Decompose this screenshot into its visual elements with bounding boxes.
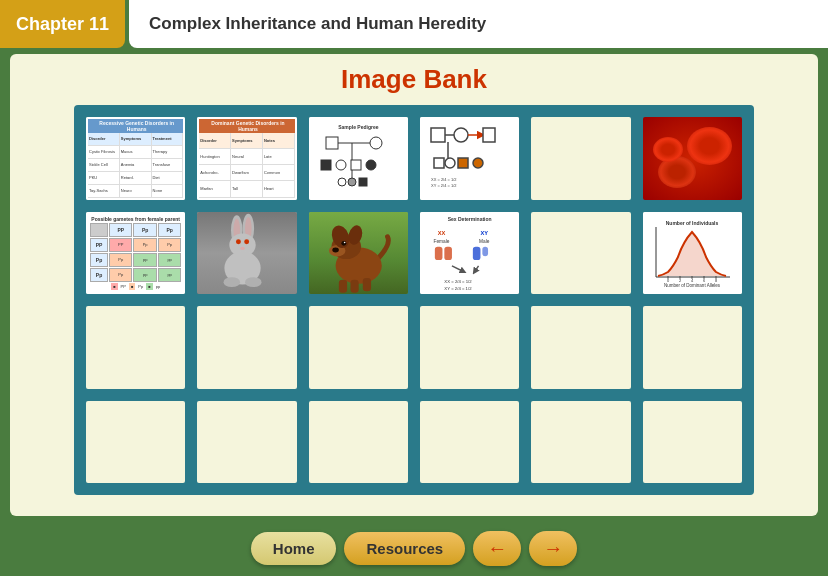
image-cell-10[interactable]: Sex Determination XX Female XY Male [420,212,519,295]
svg-point-9 [338,178,346,186]
svg-rect-53 [482,246,488,256]
svg-point-41 [343,241,345,243]
empty-r3c1 [86,306,185,389]
svg-text:XY: XY [480,230,488,236]
svg-rect-52 [473,246,481,259]
empty-r4c4 [420,401,519,484]
image-cell-6[interactable] [643,117,742,200]
image-cell-9[interactable] [309,212,408,295]
prev-button[interactable]: ← [473,531,521,566]
svg-point-19 [445,158,455,168]
image-cell-3[interactable]: Sample Pedigree [309,117,408,200]
chapter-label: Chapter 11 [16,14,109,35]
svg-rect-43 [339,279,347,292]
image-cell-1[interactable]: Recessive Genetic Disorders in Humans Di… [86,117,185,200]
svg-rect-50 [435,246,443,259]
svg-text:XX = 2/4 = 1/2: XX = 2/4 = 1/2 [444,278,472,283]
svg-line-55 [474,265,478,271]
empty-r4c6 [643,401,742,484]
image-cell-7[interactable]: Possible gametes from female parent PP P… [86,212,185,295]
svg-point-31 [240,246,245,249]
empty-r3c2 [197,306,296,389]
svg-point-42 [332,247,339,252]
svg-text:Number of Individuals: Number of Individuals [666,220,719,226]
svg-point-21 [473,158,483,168]
empty-r4c1 [86,401,185,484]
main-content: Image Bank Recessive Genetic Disorders i… [10,54,818,516]
image-cell-4[interactable]: XX = 2/4 = 1/2 XY = 2/4 = 1/2 [420,117,519,200]
image-cell-2[interactable]: Dominant Genetic Disorders in Humans Dis… [197,117,296,200]
svg-point-40 [341,240,346,245]
svg-point-10 [348,178,356,186]
svg-point-5 [336,160,346,170]
svg-point-7 [366,160,376,170]
empty-r3c5 [531,306,630,389]
svg-point-33 [224,277,241,287]
rbc-1 [687,127,732,165]
chapter-title-text: Complex Inheritance and Human Heredity [149,14,486,34]
svg-rect-16 [483,128,495,142]
empty-r4c2 [197,401,296,484]
image-cell-11-empty [531,212,630,295]
home-button[interactable]: Home [251,532,337,565]
next-button[interactable]: → [529,531,577,566]
svg-rect-11 [359,178,367,186]
svg-text:XX = 2/4 = 1/2: XX = 2/4 = 1/2 [431,177,457,182]
svg-text:Number of Dominant Alleles: Number of Dominant Alleles [664,283,721,288]
chapter-title: Complex Inheritance and Human Heredity [129,0,828,48]
svg-text:Male: Male [479,239,490,244]
image-grid: Recessive Genetic Disorders in Humans Di… [74,105,754,495]
svg-point-30 [245,239,250,244]
svg-point-29 [236,239,241,244]
rbc-3 [653,137,683,162]
svg-text:XY = 2/4 = 1/2: XY = 2/4 = 1/2 [444,285,472,290]
resources-button[interactable]: Resources [344,532,465,565]
svg-line-54 [452,265,463,271]
empty-r3c6 [643,306,742,389]
svg-point-13 [454,128,468,142]
svg-rect-20 [458,158,468,168]
header: Chapter 11 Complex Inheritance and Human… [0,0,828,48]
svg-rect-44 [350,279,358,292]
svg-text:XX: XX [437,230,445,236]
image-cell-12[interactable]: Number of Individuals Number of Dominant… [643,212,742,295]
svg-text:Female: Female [433,239,449,244]
empty-r4c5 [531,401,630,484]
svg-rect-4 [321,160,331,170]
empty-r4c3 [309,401,408,484]
svg-rect-0 [326,137,338,149]
svg-rect-51 [444,246,452,259]
chapter-badge: Chapter 11 [0,0,125,48]
page-title: Image Bank [26,64,802,95]
svg-rect-6 [351,160,361,170]
footer: Home Resources ← → [0,520,828,576]
svg-point-34 [245,277,262,287]
image-cell-5-empty [531,117,630,200]
svg-point-1 [370,137,382,149]
empty-r3c3 [309,306,408,389]
empty-r3c4 [420,306,519,389]
image-cell-8[interactable] [197,212,296,295]
svg-rect-18 [434,158,444,168]
svg-text:XY = 2/4 = 1/2: XY = 2/4 = 1/2 [431,183,457,188]
grid-cells: Recessive Genetic Disorders in Humans Di… [74,105,754,495]
svg-rect-45 [362,278,370,291]
svg-rect-12 [431,128,445,142]
